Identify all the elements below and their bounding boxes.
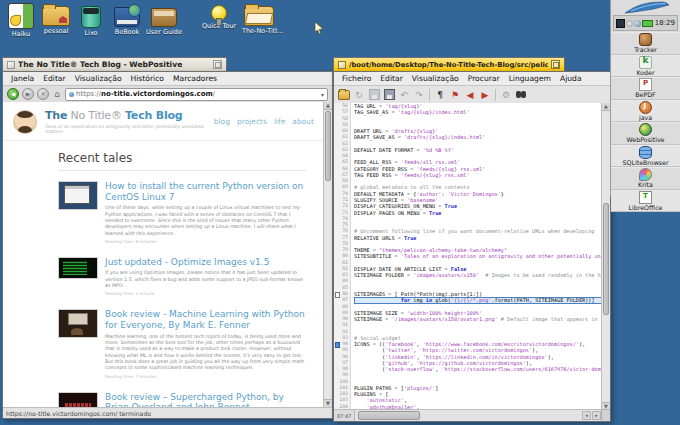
tray-monitor-icon[interactable]: [616, 19, 625, 28]
menu-item[interactable]: Marcadores: [169, 74, 221, 83]
deskbar-app[interactable]: Tracker: [611, 32, 680, 55]
editor-menubar: FicheiroEditarVisualizaçãoProcurarLingua…: [334, 72, 610, 86]
menu-item[interactable]: Histórico: [127, 74, 168, 83]
menu-item[interactable]: Procurar: [464, 74, 504, 83]
resize-corner[interactable]: [601, 409, 610, 421]
desktop-icon-label: The-No-Titl...: [242, 27, 276, 35]
desktop-icon[interactable]: pessoal: [39, 3, 73, 35]
article-thumbnail[interactable]: [58, 181, 98, 210]
editor-hscrollbar-thumb[interactable]: [358, 411, 420, 420]
redo-icon[interactable]: ↷: [413, 89, 425, 101]
previous-bookmark-icon[interactable]: ◀: [464, 89, 476, 101]
open-file-icon[interactable]: [338, 89, 350, 101]
reload-icon[interactable]: ↻: [353, 89, 365, 101]
article-reading-time: Reading time: 8 minutes: [105, 239, 306, 244]
article-thumbnail[interactable]: [58, 309, 98, 338]
article-thumbnail[interactable]: [58, 392, 98, 407]
url-dropdown-icon[interactable]: ▾: [321, 91, 324, 98]
deskbar-menu[interactable]: [611, 0, 680, 15]
article-item: Book review – Supercharged Python, by Br…: [58, 392, 306, 407]
next-bookmark-icon[interactable]: ▶: [479, 89, 491, 101]
site-nav-link[interactable]: life: [274, 117, 285, 126]
desktop-icon[interactable]: Quick Tour: [197, 3, 241, 30]
code-editor[interactable]: 5657585960616263646566676869707172737475…: [334, 103, 602, 410]
deskbar-app[interactable]: SQLiteBrowser: [611, 145, 680, 168]
article-title-link[interactable]: Just updated - Optimize Images v1.5: [105, 257, 306, 268]
scroll-down-icon[interactable]: ▼: [324, 399, 332, 407]
app-label: WebPositive: [626, 136, 664, 143]
app-icon: [639, 123, 652, 136]
deskbar-app[interactable]: LibreOffice: [611, 190, 680, 213]
site-title[interactable]: The No Title® Tech Blog: [45, 109, 214, 122]
deskbar: 18:29 Tracker Koder BePDF java: [610, 0, 680, 197]
deskbar-tray: 18:29: [613, 15, 678, 31]
deskbar-app[interactable]: BePDF: [611, 77, 680, 100]
desktop-icon[interactable]: User Guide: [146, 3, 182, 36]
bookmark-icon[interactable]: ⚑: [449, 89, 461, 101]
scroll-up-icon[interactable]: ▲: [602, 103, 610, 111]
menu-item[interactable]: Visualização: [71, 74, 126, 83]
deskbar-clock[interactable]: 18:29: [655, 19, 675, 27]
menu-item[interactable]: Editar: [39, 74, 69, 83]
back-button[interactable]: ◀: [7, 88, 19, 100]
save-icon[interactable]: [368, 89, 380, 101]
tray-network-icon[interactable]: [634, 20, 641, 27]
editor-window-title: /boot/home/Desktop/The-No-Title-Tech-Blo…: [349, 61, 548, 69]
editor-vscrollbar-thumb[interactable]: [603, 203, 609, 315]
menu-item[interactable]: Visualização: [408, 74, 463, 83]
site-nav-link[interactable]: blog: [214, 117, 230, 126]
menu-item[interactable]: Editar: [376, 74, 406, 83]
settings-gear-icon[interactable]: ⚙: [500, 89, 512, 101]
menu-item[interactable]: Ajuda: [556, 74, 586, 83]
article-title-link[interactable]: How to install the current Python versio…: [105, 181, 306, 202]
app-label: Koder: [636, 69, 654, 76]
tray-volume-icon[interactable]: [626, 20, 633, 27]
article-title-link[interactable]: Book review – Supercharged Python, by Br…: [105, 392, 306, 407]
article-title-link[interactable]: Book review - Machine Learning with Pyth…: [105, 309, 306, 330]
deskbar-app[interactable]: Koder: [611, 55, 680, 78]
menu-item[interactable]: Ficheiro: [338, 74, 375, 83]
desktop-icon[interactable]: Lixo: [74, 3, 108, 37]
browser-statusbar: https://no-title.victordomingos.com/ ter…: [3, 407, 332, 418]
app-icon: [639, 78, 652, 91]
site-nav-link[interactable]: about: [292, 117, 314, 126]
url-field[interactable]: https://no-title.victordomingos.com/ ▾: [65, 88, 328, 101]
deskbar-app[interactable]: java: [611, 100, 680, 123]
browser-scrollbar[interactable]: ▲ ▼: [323, 102, 332, 407]
forward-button[interactable]: ▶: [22, 88, 34, 100]
editor-window-tab[interactable]: /boot/home/Desktop/The-No-Title-Tech-Blo…: [333, 57, 565, 71]
editor-toolbar: ↻ ↶ ↷ ¶ ⚑ ◀ ▶ ⚙: [334, 86, 610, 104]
site-nav-link[interactable]: projects: [237, 117, 267, 126]
zoom-button[interactable]: [551, 60, 560, 69]
desktop-icon[interactable]: The-No-Titl...: [242, 3, 276, 35]
desktop-icons: Haiku pessoal Lixo BeBook User Guide Qui…: [4, 3, 277, 38]
undo-icon[interactable]: ↶: [398, 89, 410, 101]
stop-button[interactable]: ✕: [37, 88, 49, 100]
scroll-up-icon[interactable]: ▲: [324, 102, 332, 110]
close-button[interactable]: [7, 61, 15, 69]
scroll-right-icon[interactable]: ▸: [592, 411, 601, 420]
deskbar-app[interactable]: Krita: [611, 167, 680, 190]
desktop-icon[interactable]: Haiku: [4, 3, 38, 38]
close-button[interactable]: [338, 61, 346, 69]
save-as-icon[interactable]: [383, 89, 395, 101]
tray-battery-icon[interactable]: [642, 20, 653, 27]
desktop-icon[interactable]: BeBook: [109, 3, 145, 36]
app-icon: [639, 101, 652, 114]
home-button[interactable]: ⌂: [52, 89, 62, 99]
show-whitespace-icon[interactable]: ¶: [434, 89, 446, 101]
menu-item[interactable]: Linguagem: [505, 74, 555, 83]
editor-hscrollbar[interactable]: 87:47 ◂ ▸: [334, 409, 602, 421]
browser-scrollbar-thumb[interactable]: [325, 111, 331, 181]
zoom-button[interactable]: [213, 60, 222, 69]
deskbar-app[interactable]: WebPositive: [611, 122, 680, 145]
article-thumbnail[interactable]: [58, 257, 98, 279]
editor-vscrollbar[interactable]: ▲ ▼: [601, 103, 610, 410]
editor-code[interactable]: TAG_URL = 'tag/{slug}'TAG_SAVE_AS = 'tag…: [351, 103, 602, 410]
find-binoculars-icon[interactable]: [515, 89, 527, 101]
menu-item[interactable]: Janela: [7, 74, 38, 83]
browser-window-tab[interactable]: The No Title® Tech Blog - WebPositive: [2, 57, 227, 71]
scroll-left-icon[interactable]: ◂: [582, 411, 591, 420]
app-label: SQLiteBrowser: [622, 159, 668, 166]
article-reading-time: Reading time: 7 minutes: [105, 374, 306, 379]
